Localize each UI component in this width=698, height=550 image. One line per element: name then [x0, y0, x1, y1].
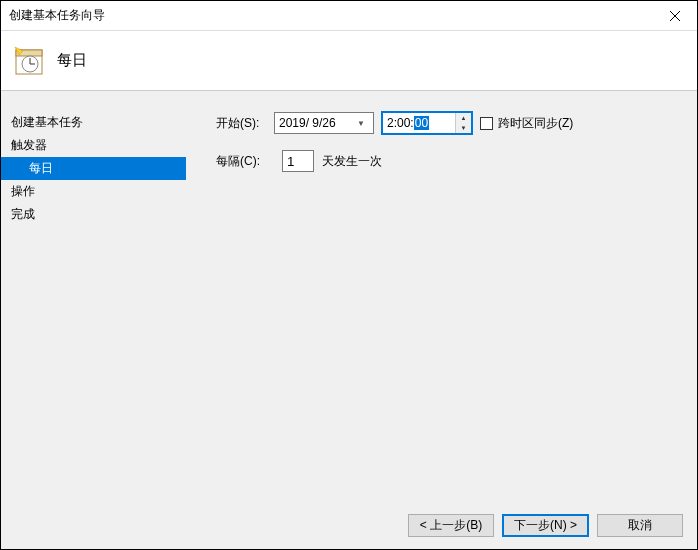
recur-label: 每隔(C): — [216, 153, 266, 170]
sidebar-item-daily[interactable]: 每日 — [1, 157, 186, 180]
sidebar-item-create-task[interactable]: 创建基本任务 — [1, 111, 186, 134]
wizard-steps-sidebar: 创建基本任务 触发器 每日 操作 完成 — [1, 91, 186, 501]
spinner-up[interactable]: ▲ — [456, 113, 471, 123]
wizard-header: 每日 — [1, 31, 697, 91]
time-value: 2:00:00 — [387, 116, 455, 130]
recur-row: 每隔(C): 天发生一次 — [216, 149, 677, 173]
time-picker[interactable]: 2:00:00 ▲ ▼ — [382, 112, 472, 134]
titlebar: 创建基本任务向导 — [1, 1, 697, 31]
chevron-down-icon: ▼ — [353, 119, 369, 128]
close-button[interactable] — [652, 1, 697, 30]
sidebar-item-finish[interactable]: 完成 — [1, 203, 186, 226]
time-spinner: ▲ ▼ — [455, 113, 471, 133]
footer: < 上一步(B) 下一步(N) > 取消 — [1, 501, 697, 549]
checkbox-box — [480, 117, 493, 130]
content-area: 创建基本任务 触发器 每日 操作 完成 开始(S): 2019/ 9/26 ▼ … — [1, 91, 697, 501]
spinner-down[interactable]: ▼ — [456, 123, 471, 133]
recur-suffix: 天发生一次 — [322, 153, 382, 170]
page-title: 每日 — [57, 51, 87, 70]
main-panel: 开始(S): 2019/ 9/26 ▼ 2:00:00 ▲ ▼ 跨时区同步(Z)… — [186, 91, 697, 501]
clock-icon — [13, 45, 45, 77]
date-picker[interactable]: 2019/ 9/26 ▼ — [274, 112, 374, 134]
back-button[interactable]: < 上一步(B) — [408, 514, 494, 537]
date-value: 2019/ 9/26 — [279, 116, 353, 130]
sidebar-item-action[interactable]: 操作 — [1, 180, 186, 203]
start-row: 开始(S): 2019/ 9/26 ▼ 2:00:00 ▲ ▼ 跨时区同步(Z) — [216, 111, 677, 135]
sync-timezone-checkbox[interactable]: 跨时区同步(Z) — [480, 115, 573, 132]
next-button[interactable]: 下一步(N) > — [502, 514, 589, 537]
window-title: 创建基本任务向导 — [9, 7, 652, 24]
close-icon — [670, 11, 680, 21]
sidebar-item-trigger[interactable]: 触发器 — [1, 134, 186, 157]
recur-input[interactable] — [282, 150, 314, 172]
start-label: 开始(S): — [216, 115, 266, 132]
sync-timezone-label: 跨时区同步(Z) — [498, 115, 573, 132]
cancel-button[interactable]: 取消 — [597, 514, 683, 537]
